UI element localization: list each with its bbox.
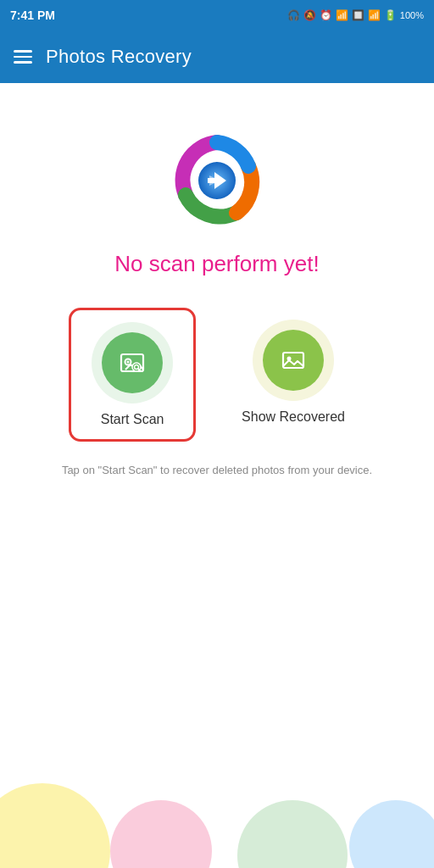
menu-button[interactable] [14, 50, 32, 64]
show-recovered-circle-outer [253, 320, 334, 401]
alarm-icon: ⏰ [320, 9, 332, 21]
show-recovered-icon [279, 346, 308, 375]
app-title: Photos Recovery [46, 46, 192, 68]
start-scan-icon [118, 348, 147, 377]
dec-circle-green [237, 800, 348, 868]
show-recovered-button[interactable]: Show Recovered [221, 308, 365, 442]
dec-circle-pink [110, 800, 212, 868]
mute-icon: 🔕 [303, 9, 316, 21]
show-recovered-label: Show Recovered [242, 409, 345, 425]
decorative-circles [0, 715, 434, 868]
signal-icon: 📶 [336, 9, 348, 21]
dec-circle-blue [349, 800, 434, 868]
status-bar: 7:41 PM 🎧 🔕 ⏰ 📶 🔲 📶 🔋 100% [0, 0, 434, 31]
hint-text: Tap on "Start Scan" to recover deleted p… [48, 462, 386, 479]
status-time: 7:41 PM [10, 8, 55, 22]
buttons-row: Start Scan Show Recovered [17, 308, 417, 442]
headphone-icon: 🎧 [287, 9, 300, 21]
start-scan-circle-outer [92, 322, 173, 403]
start-scan-button[interactable]: Start Scan [69, 308, 196, 442]
svg-point-3 [127, 361, 130, 364]
start-scan-circle-inner [102, 332, 163, 393]
start-scan-label: Start Scan [101, 412, 164, 427]
main-content: No scan perform yet! [0, 83, 434, 496]
no-scan-text: No scan perform yet! [114, 251, 319, 277]
sim-icon: 🔲 [352, 9, 364, 21]
show-recovered-circle-inner [263, 330, 324, 391]
dec-circle-yellow [0, 783, 110, 868]
app-logo [170, 134, 264, 227]
toolbar: Photos Recovery [0, 31, 434, 83]
status-icons: 🎧 🔕 ⏰ 📶 🔲 📶 🔋 100% [287, 9, 424, 21]
wifi-icon: 📶 [368, 9, 381, 21]
battery-level: 100% [400, 10, 424, 20]
battery-icon: 🔋 [384, 9, 397, 21]
svg-rect-7 [283, 353, 303, 368]
